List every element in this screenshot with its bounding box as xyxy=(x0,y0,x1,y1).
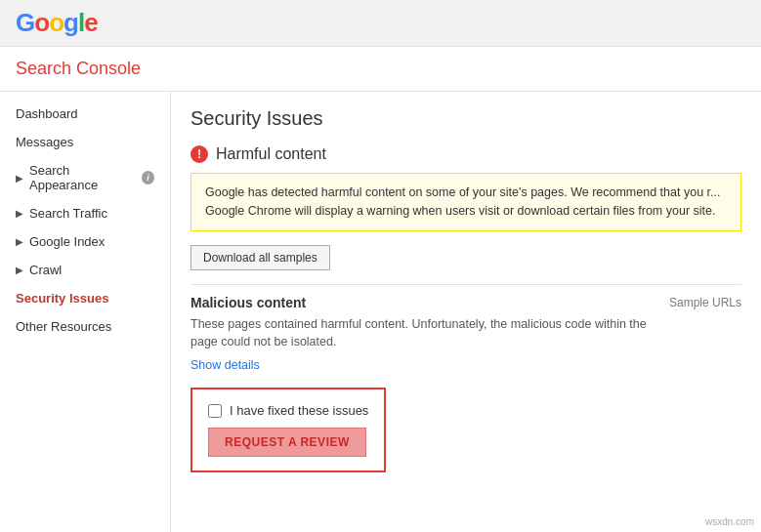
arrow-icon: ▶ xyxy=(16,173,23,184)
info-icon: i xyxy=(142,171,154,184)
fixed-issues-checkbox[interactable] xyxy=(208,404,222,418)
malicious-left: Malicious content These pages contained … xyxy=(190,295,650,373)
harmful-content-header: ! Harmful content xyxy=(190,145,741,163)
google-bar: Google xyxy=(0,0,761,47)
fixed-issues-label[interactable]: I have fixed these issues xyxy=(230,403,368,418)
malicious-desc: These pages contained harmful content. U… xyxy=(190,315,650,352)
download-all-samples-button[interactable]: Download all samples xyxy=(190,245,330,270)
main-layout: Dashboard Messages ▶ Search Appearance i… xyxy=(0,92,761,532)
logo-g1: G xyxy=(16,8,34,37)
fix-issues-box: I have fixed these issues REQUEST A REVI… xyxy=(190,388,386,472)
arrow-icon-index: ▶ xyxy=(16,236,23,247)
sidebar-label-security-issues: Security Issues xyxy=(16,291,108,306)
page-title: Security Issues xyxy=(190,107,741,130)
show-details-link[interactable]: Show details xyxy=(190,358,260,372)
google-logo: Google xyxy=(16,8,98,38)
sidebar-label-search-appearance: Search Appearance xyxy=(29,163,134,192)
sidebar-item-search-traffic[interactable]: ▶ Search Traffic xyxy=(0,199,170,227)
sidebar-label-search-traffic: Search Traffic xyxy=(29,206,107,221)
logo-o1: o xyxy=(34,8,49,37)
logo-e: e xyxy=(84,8,97,37)
sidebar-item-other-resources[interactable]: Other Resources xyxy=(0,312,170,341)
arrow-icon-traffic: ▶ xyxy=(16,208,23,219)
sidebar: Dashboard Messages ▶ Search Appearance i… xyxy=(0,92,171,532)
error-icon: ! xyxy=(190,145,208,163)
sidebar-item-messages[interactable]: Messages xyxy=(0,128,170,156)
sidebar-item-search-appearance[interactable]: ▶ Search Appearance i xyxy=(0,156,170,199)
sidebar-item-crawl[interactable]: ▶ Crawl xyxy=(0,256,170,284)
logo-g2: g xyxy=(63,8,78,37)
request-review-button[interactable]: REQUEST A REVIEW xyxy=(208,428,366,457)
sidebar-label-google-index: Google Index xyxy=(29,234,105,249)
sidebar-label-crawl: Crawl xyxy=(29,263,62,277)
fix-checkbox-row: I have fixed these issues xyxy=(208,403,368,418)
sidebar-label-messages: Messages xyxy=(16,135,73,149)
malicious-section: Malicious content These pages contained … xyxy=(190,284,741,373)
arrow-icon-crawl: ▶ xyxy=(16,265,23,275)
content-area: Security Issues ! Harmful content Google… xyxy=(171,92,761,532)
watermark: wsxdn.com xyxy=(702,515,757,528)
malicious-title: Malicious content xyxy=(190,295,650,310)
sidebar-label-other-resources: Other Resources xyxy=(16,319,111,334)
harmful-title: Harmful content xyxy=(216,145,326,163)
sc-title: Search Console xyxy=(16,59,141,79)
sidebar-item-security-issues[interactable]: Security Issues xyxy=(0,284,170,312)
sample-urls-column: Sample URLs xyxy=(669,295,741,373)
warning-box: Google has detected harmful content on s… xyxy=(190,173,741,231)
sample-urls-label: Sample URLs xyxy=(669,296,741,309)
sidebar-label-dashboard: Dashboard xyxy=(16,106,78,121)
sidebar-item-google-index[interactable]: ▶ Google Index xyxy=(0,227,170,256)
logo-o2: o xyxy=(49,8,63,37)
sc-header: Search Console xyxy=(0,47,761,92)
warning-text: Google has detected harmful content on s… xyxy=(205,185,720,218)
sidebar-item-dashboard[interactable]: Dashboard xyxy=(0,100,170,128)
